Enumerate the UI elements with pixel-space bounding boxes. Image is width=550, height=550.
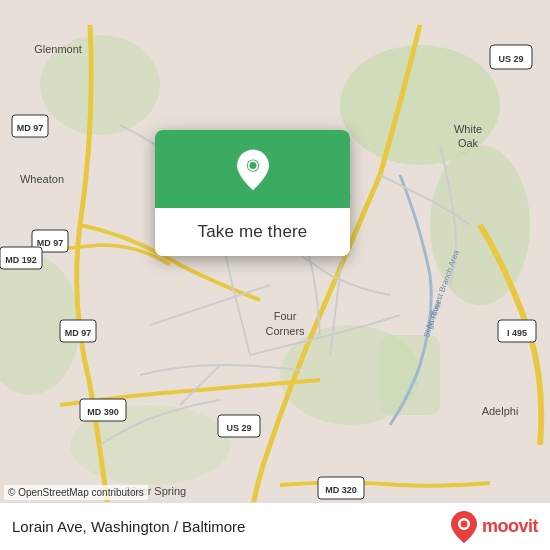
svg-text:Glenmont: Glenmont bbox=[34, 43, 82, 55]
location-pin-icon bbox=[231, 148, 275, 192]
svg-text:MD 97: MD 97 bbox=[37, 238, 64, 248]
bottom-bar: Lorain Ave, Washington / Baltimore moovi… bbox=[0, 502, 550, 550]
popup-green-header bbox=[155, 130, 350, 208]
svg-text:MD 192: MD 192 bbox=[5, 255, 37, 265]
svg-text:I 495: I 495 bbox=[507, 328, 527, 338]
location-popup: Take me there bbox=[155, 130, 350, 256]
svg-text:Wheaton: Wheaton bbox=[20, 173, 64, 185]
moovit-brand-text: moovit bbox=[482, 516, 538, 537]
svg-text:MD 97: MD 97 bbox=[65, 328, 92, 338]
take-me-there-button[interactable]: Take me there bbox=[155, 208, 350, 256]
svg-text:Adelphi: Adelphi bbox=[482, 405, 519, 417]
svg-text:White: White bbox=[454, 123, 482, 135]
map-container: MD 97 MD 97 MD 97 US 29 I 495 US 29 MD 1… bbox=[0, 0, 550, 550]
svg-text:MD 390: MD 390 bbox=[87, 407, 119, 417]
svg-text:Oak: Oak bbox=[458, 137, 479, 149]
map-attribution: © OpenStreetMap contributors bbox=[4, 485, 148, 500]
svg-point-39 bbox=[460, 520, 467, 527]
location-title: Lorain Ave, Washington / Baltimore bbox=[12, 518, 245, 535]
map-background: MD 97 MD 97 MD 97 US 29 I 495 US 29 MD 1… bbox=[0, 0, 550, 550]
svg-text:US 29: US 29 bbox=[226, 423, 251, 433]
moovit-logo: moovit bbox=[450, 510, 538, 544]
svg-text:Four: Four bbox=[274, 310, 297, 322]
svg-rect-7 bbox=[380, 335, 440, 415]
svg-text:US 29: US 29 bbox=[498, 54, 523, 64]
svg-text:MD 320: MD 320 bbox=[325, 485, 357, 495]
svg-text:Corners: Corners bbox=[265, 325, 305, 337]
popup-button-section: Take me there bbox=[155, 208, 350, 256]
moovit-pin-icon bbox=[450, 510, 478, 544]
svg-text:MD 97: MD 97 bbox=[17, 123, 44, 133]
